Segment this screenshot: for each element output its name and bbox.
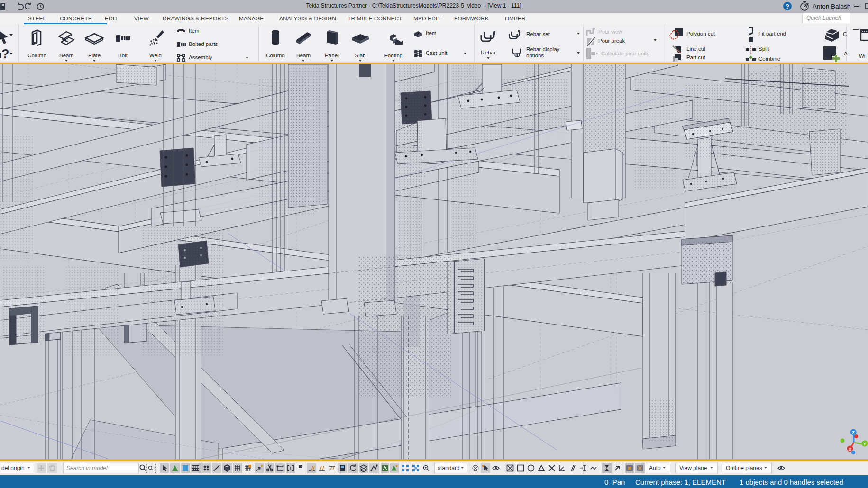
- svg-text:Y: Y: [863, 442, 866, 446]
- svg-text:Anton Balash: Anton Balash: [813, 3, 850, 10]
- svg-text:?: ?: [1, 47, 9, 61]
- svg-text:X: X: [849, 447, 851, 452]
- svg-text:Z: Z: [852, 430, 855, 435]
- svg-text:?: ?: [786, 3, 789, 10]
